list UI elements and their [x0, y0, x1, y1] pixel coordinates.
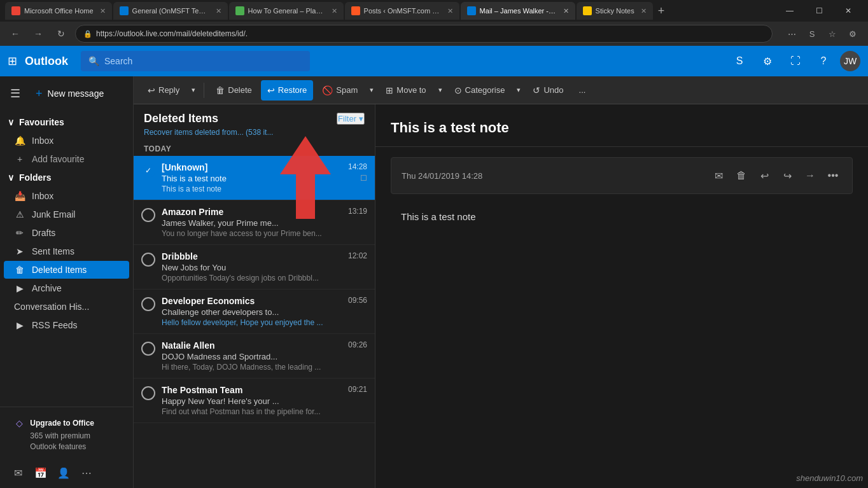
undo-icon: ↺: [533, 85, 540, 95]
sidebar-item-inbox-fav[interactable]: 🔔 Inbox: [4, 132, 129, 150]
sidebar-item-archive[interactable]: ▶ Archive: [4, 279, 129, 297]
email-item-5[interactable]: The Postman Team Happy New Year! Here's …: [134, 379, 375, 423]
list-title-row: Deleted Items Filter ▾: [144, 112, 365, 125]
minimize-button[interactable]: —: [775, 0, 804, 22]
email-action-delete-icon[interactable]: 🗑: [732, 167, 750, 185]
email-checkbox-4[interactable]: [141, 342, 155, 356]
email-action-reply-all-icon[interactable]: ↪: [778, 167, 796, 185]
tab-posts[interactable]: Posts ‹ OnMSFT.com — Wo... ✕: [345, 2, 459, 20]
spam-chevron[interactable]: ▾: [367, 80, 377, 101]
close-button[interactable]: ✕: [834, 0, 863, 22]
categorise-chevron[interactable]: ▾: [514, 80, 524, 101]
tab-bar: Microsoft Office Home ✕ General (OnMSFT …: [0, 0, 868, 22]
settings-nav-icon[interactable]: ⚙: [756, 50, 779, 73]
tab-microsoft-close[interactable]: ✕: [100, 7, 106, 15]
email-checkbox-1[interactable]: [141, 208, 155, 222]
email-checkbox-3[interactable]: [141, 297, 155, 311]
reply-button[interactable]: ↩ Reply: [141, 80, 186, 101]
email-item-1[interactable]: Amazon Prime James Walker, your Prime me…: [134, 200, 375, 245]
email-item-0[interactable]: ✓ [Unknown] This is a test note This is …: [134, 156, 375, 200]
sidebar-hamburger-icon[interactable]: ☰: [5, 81, 25, 106]
sidebar-item-conversation[interactable]: Conversation His...: [4, 298, 129, 316]
sidebar-item-rss[interactable]: ▶ RSS Feeds: [4, 316, 129, 334]
email-action-mail-icon[interactable]: ✉: [710, 167, 727, 185]
sidebar-bottom: ◇ Upgrade to Office 365 with premium Out…: [0, 407, 133, 488]
user-avatar[interactable]: JW: [840, 51, 860, 71]
delete-button[interactable]: 🗑 Delete: [209, 80, 258, 101]
upgrade-section-item[interactable]: ◇ Upgrade to Office 365 with premium Out…: [11, 413, 122, 457]
sidebar-nav: ∨ Favourites 🔔 Inbox + Add favourite ∨ F…: [0, 111, 133, 407]
email-action-reply-icon[interactable]: ↩: [755, 167, 773, 185]
window-controls: — ☐ ✕: [775, 0, 863, 22]
tab-mail-close[interactable]: ✕: [563, 7, 569, 15]
sidebar-item-add-favourite[interactable]: + Add favourite: [4, 150, 129, 168]
skype-icon[interactable]: S: [803, 25, 821, 43]
forward-button[interactable]: →: [29, 25, 47, 43]
refresh-button[interactable]: ↻: [52, 25, 70, 43]
restore-button[interactable]: ↩ Restore: [261, 80, 314, 101]
filter-button[interactable]: Filter ▾: [337, 113, 365, 125]
tab-onmsft[interactable]: General (OnMSFT Team... ✕: [113, 2, 228, 20]
skype-nav-icon[interactable]: S: [728, 50, 751, 73]
tab-howto-close[interactable]: ✕: [332, 7, 337, 15]
email-time-2: 12:02: [348, 251, 367, 260]
favourites-section[interactable]: ∨ Favourites: [0, 113, 133, 131]
email-checkbox-0[interactable]: ✓: [141, 164, 155, 178]
new-tab-button[interactable]: +: [654, 4, 669, 18]
people-bottom-icon[interactable]: 👤: [53, 463, 74, 483]
recover-link[interactable]: Recover items deleted from... (538 it...: [144, 128, 365, 137]
sidebar-item-inbox[interactable]: 📥 Inbox: [4, 187, 129, 205]
email-body-5: The Postman Team Happy New Year! Here's …: [162, 385, 342, 416]
bookmark-button[interactable]: ☆: [823, 25, 841, 43]
tab-onmsft-close[interactable]: ✕: [216, 7, 221, 15]
reply-chevron[interactable]: ▾: [188, 80, 199, 101]
email-item-3[interactable]: Developer Economics Challenge other deve…: [134, 289, 375, 334]
email-sender-0: [Unknown]: [162, 162, 342, 172]
categorise-button[interactable]: ⊙ Categorise: [448, 80, 512, 101]
sidebar-item-sent[interactable]: ➤ Sent Items: [4, 242, 129, 260]
search-box[interactable]: 🔍: [81, 51, 310, 71]
tab-microsoft[interactable]: Microsoft Office Home ✕: [5, 2, 112, 20]
tab-microsoft-label: Microsoft Office Home: [24, 7, 94, 15]
tab-sticky-close[interactable]: ✕: [641, 7, 647, 15]
tab-howto[interactable]: How To General – Plan... ✕: [229, 2, 344, 20]
email-meta-3: 09:56: [348, 296, 367, 305]
extensions-button[interactable]: ⋯: [783, 25, 801, 43]
address-bar[interactable]: 🔒 https://outlook.live.com/mail/deletedi…: [75, 25, 773, 43]
email-time-4: 09:26: [348, 340, 367, 349]
archive-label: Archive: [32, 283, 62, 293]
sidebar-item-junk[interactable]: ⚠ Junk Email: [4, 206, 129, 223]
sidebar-item-drafts[interactable]: ✏ Drafts: [4, 224, 129, 242]
sidebar-item-deleted[interactable]: 🗑 Deleted Items: [4, 261, 129, 279]
email-item-2[interactable]: Dribbble New Jobs for You Opportunities …: [134, 245, 375, 289]
email-action-more-icon[interactable]: •••: [824, 167, 842, 185]
email-checkbox-5[interactable]: [141, 386, 155, 400]
email-view-panel: This is a test note Thu 24/01/2019 14:28…: [375, 104, 868, 488]
app-grid-icon[interactable]: ⊞: [8, 54, 17, 68]
help-nav-icon[interactable]: ?: [812, 50, 835, 73]
more-bottom-icon[interactable]: ⋯: [76, 463, 97, 483]
maximize-button[interactable]: ☐: [804, 0, 834, 22]
move-chevron[interactable]: ▾: [435, 80, 445, 101]
undo-button[interactable]: ↺ Undo: [526, 80, 570, 101]
browser-chrome: Microsoft Office Home ✕ General (OnMSFT …: [0, 0, 868, 46]
back-button[interactable]: ←: [6, 25, 24, 43]
mail-bottom-icon[interactable]: ✉: [8, 463, 28, 483]
calendar-bottom-icon[interactable]: 📅: [31, 463, 51, 483]
move-to-button[interactable]: ⊞ Move to: [379, 80, 432, 101]
email-item-4[interactable]: Natalie Allen DOJO Madness and Sportrad.…: [134, 334, 375, 379]
new-message-button[interactable]: + New message: [28, 82, 128, 106]
search-input[interactable]: [104, 56, 283, 66]
email-checkbox-2[interactable]: [141, 253, 155, 267]
email-action-forward-icon[interactable]: →: [801, 167, 819, 185]
tab-sticky[interactable]: Sticky Notes ✕: [577, 2, 653, 20]
folders-section[interactable]: ∨ Folders: [0, 169, 133, 186]
fullscreen-nav-icon[interactable]: ⛶: [784, 50, 807, 73]
tab-mail-label: Mail – James Walker - O...: [480, 7, 557, 15]
spam-button[interactable]: 🚫 Spam: [316, 80, 364, 101]
tab-mail[interactable]: Mail – James Walker - O... ✕: [461, 2, 575, 20]
more-button[interactable]: ...: [573, 80, 592, 101]
tab-posts-close[interactable]: ✕: [447, 7, 453, 15]
settings-button[interactable]: ⚙: [844, 25, 862, 43]
email-subject-3: Challenge other developers to...: [162, 307, 342, 317]
